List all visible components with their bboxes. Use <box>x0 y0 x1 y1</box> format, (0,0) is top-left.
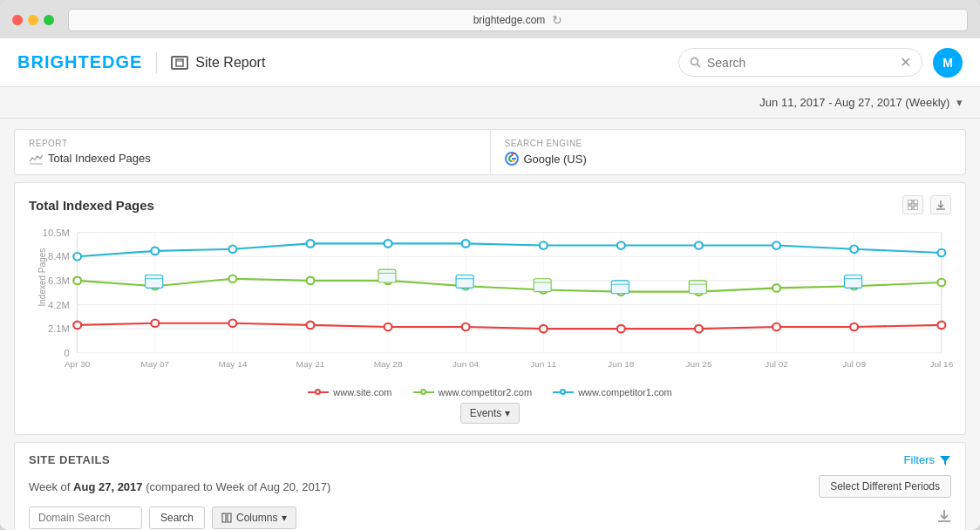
minimize-dot[interactable] <box>28 15 38 25</box>
site-details-header: SITE DETAILS Filters <box>29 453 951 466</box>
refresh-icon[interactable]: ↻ <box>552 13 562 27</box>
chart-header: Total Indexed Pages <box>29 195 951 214</box>
svg-rect-101 <box>228 513 231 522</box>
close-dot[interactable] <box>12 15 23 25</box>
select-periods-button[interactable]: Select Different Periods <box>819 475 951 498</box>
svg-point-51 <box>228 246 236 254</box>
site-details-title: SITE DETAILS <box>29 453 110 466</box>
svg-point-50 <box>151 248 159 255</box>
browser-dots <box>12 15 54 25</box>
svg-rect-85 <box>146 275 163 289</box>
site-details-section: SITE DETAILS Filters Week of Aug 27, 201… <box>14 442 966 530</box>
svg-point-2 <box>691 58 698 65</box>
engine-filter-value: Google (US) <box>505 152 952 166</box>
svg-rect-95 <box>689 281 706 294</box>
svg-point-83 <box>850 323 858 331</box>
svg-text:Jun 04: Jun 04 <box>453 359 480 369</box>
chart-svg: 10.5M 8.4M 6.3M 4.2M 2.1M 0 Apr 30 May 0… <box>29 223 951 371</box>
chart-title: Total Indexed Pages <box>29 198 154 213</box>
svg-rect-8 <box>914 200 918 204</box>
svg-point-84 <box>937 322 945 330</box>
report-value-text: Total Indexed Pages <box>48 152 151 165</box>
site-report-label: Site Report <box>171 55 265 71</box>
chart-grid-button[interactable] <box>902 195 923 214</box>
engine-filter-label: SEARCH ENGINE <box>505 139 952 148</box>
svg-point-75 <box>228 320 236 328</box>
search-icon <box>690 57 702 69</box>
app-header: BRIGHTEDGE Site Report <box>0 38 980 87</box>
svg-point-72 <box>937 279 945 287</box>
domain-search-button[interactable]: Search <box>149 506 205 529</box>
grid-icon <box>908 200 918 210</box>
svg-point-57 <box>695 241 703 249</box>
header-right: ✕ M <box>678 48 963 78</box>
svg-text:0: 0 <box>65 348 70 358</box>
svg-rect-87 <box>378 269 396 282</box>
svg-point-54 <box>462 240 470 248</box>
svg-point-79 <box>540 325 548 333</box>
maximize-dot[interactable] <box>44 15 54 25</box>
logo[interactable]: BRIGHTEDGE <box>17 52 142 72</box>
svg-text:May 28: May 28 <box>374 359 403 369</box>
address-bar[interactable]: brightedge.com ↻ <box>68 9 968 31</box>
svg-point-59 <box>850 246 858 254</box>
filters-button[interactable]: Filters <box>904 453 951 466</box>
svg-point-49 <box>73 253 81 261</box>
date-range-label[interactable]: Jun 11, 2017 - Aug 27, 2017 (Weekly) <box>759 96 949 109</box>
report-filter: REPORT Total Indexed Pages <box>15 130 491 174</box>
google-icon <box>505 152 519 166</box>
search-input[interactable] <box>707 56 900 70</box>
columns-button[interactable]: Columns ▾ <box>212 506 296 529</box>
events-bar: Events ▾ <box>29 398 951 427</box>
svg-text:May 07: May 07 <box>140 359 169 369</box>
svg-point-58 <box>772 241 780 249</box>
page-title: Site Report <box>195 55 265 71</box>
svg-point-82 <box>772 323 780 331</box>
legend-label-comp1: www.competitor1.com <box>578 387 672 398</box>
svg-rect-10 <box>914 206 918 210</box>
download-icon <box>936 200 946 210</box>
search-clear-icon[interactable]: ✕ <box>900 54 911 71</box>
chart-download-button[interactable] <box>930 195 951 214</box>
address-text: brightedge.com <box>473 14 546 26</box>
svg-text:8.4M: 8.4M <box>48 252 70 262</box>
filters-label: Filters <box>904 453 935 466</box>
columns-caret-icon: ▾ <box>282 512 287 524</box>
svg-line-3 <box>698 64 701 67</box>
svg-text:Jun 11: Jun 11 <box>530 359 556 369</box>
events-caret-icon: ▾ <box>505 407 510 419</box>
user-avatar[interactable]: M <box>933 48 963 78</box>
report-icon-svg <box>175 58 184 67</box>
chart-section: Total Indexed Pages <box>14 182 966 435</box>
filter-section: REPORT Total Indexed Pages SEARCH ENGINE <box>14 129 966 175</box>
table-download-button[interactable] <box>937 509 951 527</box>
search-bar[interactable]: ✕ <box>678 48 922 77</box>
svg-point-74 <box>151 320 159 328</box>
svg-point-70 <box>772 284 780 292</box>
svg-point-73 <box>73 322 81 330</box>
svg-point-52 <box>307 240 315 248</box>
columns-label: Columns <box>236 512 277 524</box>
svg-text:6.3M: 6.3M <box>48 275 70 286</box>
events-button[interactable]: Events ▾ <box>460 403 521 424</box>
svg-point-53 <box>385 240 392 248</box>
svg-point-78 <box>462 323 470 331</box>
legend-label-comp2: www.competitor2.com <box>439 387 533 398</box>
chart-container: Indexed Pages <box>29 223 951 380</box>
svg-point-81 <box>695 325 703 333</box>
svg-text:Jul 02: Jul 02 <box>765 359 788 369</box>
domain-search-input[interactable] <box>29 506 142 529</box>
legend-item-comp1: www.competitor1.com <box>553 387 672 398</box>
svg-text:May 21: May 21 <box>296 359 325 369</box>
svg-text:Apr 30: Apr 30 <box>65 359 91 369</box>
svg-rect-97 <box>844 275 861 289</box>
svg-point-55 <box>540 241 548 249</box>
date-caret-icon[interactable]: ▾ <box>956 96 963 109</box>
svg-rect-7 <box>908 200 912 204</box>
header-divider <box>156 52 157 73</box>
report-icon <box>171 56 188 70</box>
week-text: Week of Aug 27, 2017 (compared to Week o… <box>29 480 330 493</box>
svg-point-76 <box>307 322 315 330</box>
columns-icon <box>221 513 232 523</box>
week-prefix: Week of <box>29 480 73 493</box>
